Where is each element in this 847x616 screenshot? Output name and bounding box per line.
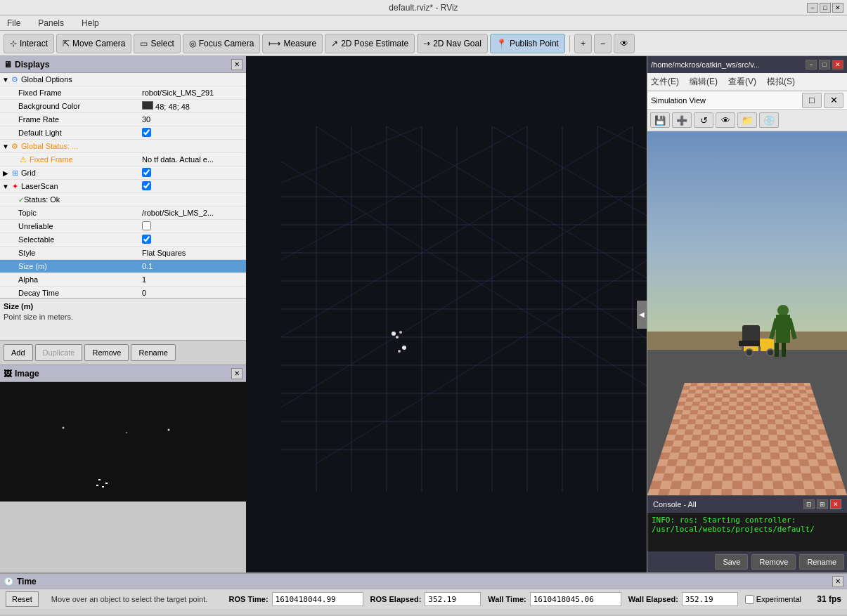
sim-btn-window[interactable]: □ bbox=[802, 93, 822, 108]
robot-legs bbox=[775, 343, 786, 357]
expand-icon[interactable]: ▼ bbox=[1, 76, 10, 84]
wall-elapsed-input[interactable] bbox=[682, 592, 738, 606]
svg-point-41 bbox=[399, 331, 402, 334]
reset-button[interactable]: Reset bbox=[6, 591, 39, 607]
menu-panels[interactable]: Panels bbox=[34, 17, 67, 30]
sim-tool-save[interactable]: 💾 bbox=[650, 112, 670, 128]
unreliable-checkbox[interactable] bbox=[142, 221, 151, 230]
2d-pose-button[interactable]: ↗ 2D Pose Estimate bbox=[325, 34, 415, 53]
ros-time-input[interactable] bbox=[272, 592, 363, 606]
rviz-viewport[interactable]: ◀ bbox=[246, 56, 647, 572]
menu-view-cn[interactable]: 查看(V) bbox=[728, 76, 756, 88]
fixed-frame-status-row[interactable]: ⚠ Fixed Frame No tf data. Actual e... bbox=[0, 153, 246, 166]
chair-seat bbox=[739, 341, 760, 346]
remove-tool-button[interactable]: − bbox=[594, 34, 612, 53]
right-panel-header-controls[interactable]: − □ ✕ bbox=[806, 60, 843, 70]
image-close-button[interactable]: ✕ bbox=[231, 368, 243, 379]
title-bar: default.rviz* - RViz − □ ✕ bbox=[0, 0, 847, 15]
remove-button[interactable]: Remove bbox=[84, 344, 129, 361]
sim-tool-add[interactable]: ➕ bbox=[672, 112, 692, 128]
displays-close-button[interactable]: ✕ bbox=[231, 59, 243, 70]
experimental-checkbox[interactable] bbox=[745, 595, 754, 604]
laser-scan-row[interactable]: ▼ ✦ LaserScan bbox=[0, 180, 246, 193]
sim-tool-disk[interactable]: 💿 bbox=[759, 112, 779, 128]
experimental-field[interactable]: Experimental bbox=[745, 595, 801, 604]
global-status-row[interactable]: ▼ ⚙ Global Status: ... bbox=[0, 140, 246, 153]
size-row[interactable]: Size (m) 0.1 bbox=[0, 260, 246, 273]
rph-minimize[interactable]: − bbox=[806, 60, 817, 70]
default-light-checkbox[interactable] bbox=[142, 128, 151, 137]
maximize-button[interactable]: □ bbox=[820, 3, 831, 13]
minimize-button[interactable]: − bbox=[807, 3, 818, 13]
interact-button[interactable]: ⊹ Interact bbox=[4, 34, 54, 53]
displays-tree[interactable]: ▼ ⚙ Global Options Fixed Frame robot/Sic… bbox=[0, 73, 246, 298]
menu-edit-cn[interactable]: 编辑(E) bbox=[690, 76, 718, 88]
ros-elapsed-input[interactable] bbox=[425, 592, 481, 606]
global-options-row[interactable]: ▼ ⚙ Global Options bbox=[0, 73, 246, 86]
warning-icon: ⚙ bbox=[10, 141, 20, 151]
style-row[interactable]: Style Flat Squares bbox=[0, 247, 246, 260]
measure-button[interactable]: ⟼ Measure bbox=[262, 34, 323, 53]
topic-row[interactable]: Topic /robot/Sick_LMS_2... bbox=[0, 207, 246, 220]
sim-btn-close[interactable]: ✕ bbox=[824, 93, 843, 108]
console-remove-button[interactable]: Remove bbox=[751, 554, 796, 570]
menu-help[interactable]: Help bbox=[78, 17, 103, 30]
console-header-controls[interactable]: ⊡ ⊞ ✕ bbox=[803, 499, 841, 509]
console-close[interactable]: ✕ bbox=[830, 499, 841, 509]
sim-controls[interactable]: □ ✕ bbox=[802, 93, 843, 108]
menu-file-cn[interactable]: 文件(E) bbox=[651, 76, 679, 88]
rph-maximize[interactable]: □ bbox=[819, 60, 830, 70]
move-camera-button[interactable]: ⇱ Move Camera bbox=[56, 34, 131, 53]
frame-rate-row[interactable]: Frame Rate 30 bbox=[0, 113, 246, 126]
duplicate-button[interactable]: Duplicate bbox=[35, 344, 83, 361]
wall-time-input[interactable] bbox=[530, 592, 621, 606]
add-tool-button[interactable]: + bbox=[574, 34, 592, 53]
expand-icon[interactable]: ▼ bbox=[1, 143, 10, 150]
laser-expand[interactable]: ▼ bbox=[1, 183, 10, 190]
window-controls[interactable]: − □ ✕ bbox=[807, 3, 843, 13]
console-rename-button[interactable]: Rename bbox=[799, 554, 844, 570]
bg-color-row[interactable]: Background Color 48; 48; 48 bbox=[0, 100, 246, 113]
close-button[interactable]: ✕ bbox=[832, 3, 843, 13]
unreliable-row[interactable]: Unreliable bbox=[0, 220, 246, 233]
style-label: Style bbox=[18, 249, 139, 257]
rename-button[interactable]: Rename bbox=[131, 344, 176, 361]
selectable-row[interactable]: Selectable bbox=[0, 233, 246, 247]
menu-simulate-cn[interactable]: 模拟(S) bbox=[767, 76, 795, 88]
viewport-collapse-arrow[interactable]: ◀ bbox=[637, 301, 647, 329]
alpha-row[interactable]: Alpha 1 bbox=[0, 273, 246, 287]
publish-point-button[interactable]: 📍 Publish Point bbox=[490, 34, 565, 53]
viewport-grid-svg bbox=[246, 56, 647, 572]
camera-move-icon: ⇱ bbox=[63, 39, 70, 48]
grid-checkbox[interactable] bbox=[142, 168, 151, 177]
grid-row[interactable]: ▶ ⊞ Grid bbox=[0, 166, 246, 180]
sim-tool-refresh[interactable]: ↺ bbox=[694, 112, 713, 128]
laser-scan-checkbox[interactable] bbox=[142, 181, 151, 190]
decay-time-row[interactable]: Decay Time 0 bbox=[0, 287, 246, 298]
style-value: Flat Squares bbox=[139, 249, 245, 257]
grid-expand[interactable]: ▶ bbox=[1, 169, 10, 177]
focus-camera-button[interactable]: ◎ Focus Camera bbox=[183, 34, 261, 53]
frame-rate-label: Frame Rate bbox=[18, 115, 139, 124]
svg-point-2 bbox=[168, 429, 170, 431]
menu-file[interactable]: File bbox=[4, 17, 24, 30]
time-panel-close[interactable]: ✕ bbox=[832, 576, 843, 587]
sim-tool-eye[interactable]: 👁 bbox=[716, 112, 735, 128]
sim-tool-folder[interactable]: 📁 bbox=[737, 112, 757, 128]
console-tile[interactable]: ⊞ bbox=[817, 499, 828, 509]
rph-close[interactable]: ✕ bbox=[832, 60, 843, 70]
fixed-frame-row[interactable]: Fixed Frame robot/Sick_LMS_291 bbox=[0, 86, 246, 100]
wall-elapsed-label: Wall Elapsed: bbox=[628, 595, 678, 603]
status-ok-row[interactable]: ✓ Status: Ok bbox=[0, 193, 246, 207]
add-button[interactable]: Add bbox=[4, 344, 33, 361]
checker-floor bbox=[647, 383, 847, 495]
console-expand[interactable]: ⊡ bbox=[803, 499, 815, 509]
selectable-checkbox[interactable] bbox=[142, 235, 151, 244]
console-save-button[interactable]: Save bbox=[715, 554, 748, 570]
default-light-row[interactable]: Default Light bbox=[0, 126, 246, 140]
decay-time-value: 0 bbox=[139, 289, 245, 297]
2d-nav-button[interactable]: ⇢ 2D Nav Goal bbox=[417, 34, 488, 53]
select-button[interactable]: ▭ Select bbox=[134, 34, 180, 53]
eye-button[interactable]: 👁 bbox=[614, 34, 635, 53]
chair-figure bbox=[739, 325, 763, 357]
